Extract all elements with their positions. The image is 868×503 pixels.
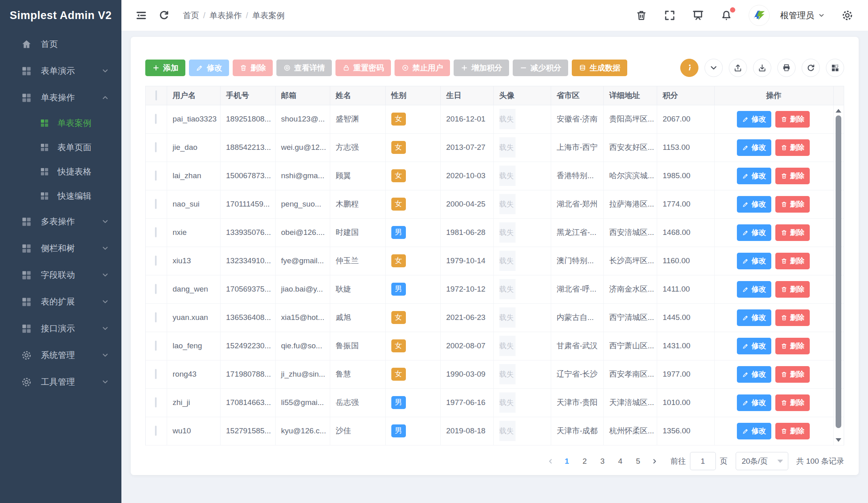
sidebar-item-system-mgmt[interactable]: 系统管理 [0,342,121,369]
page-size-select[interactable]: 20条/页 [736,452,788,470]
row-edit-button[interactable]: 修改 [737,309,771,326]
avatar-broken-placeholder: 载失 [499,137,516,158]
pencil-icon [742,371,749,378]
row-checkbox[interactable] [155,171,157,181]
row-edit-button[interactable]: 修改 [737,366,771,383]
ban-user-button[interactable]: 禁止用户 [395,60,450,76]
generate-data-button[interactable]: 生成数据 [572,60,627,76]
row-edit-button[interactable]: 修改 [737,224,771,241]
page-3-button[interactable]: 3 [594,457,611,466]
row-checkbox[interactable] [155,256,157,266]
refresh-button[interactable] [802,59,820,77]
column-settings-button[interactable] [826,59,844,77]
row-checkbox[interactable] [155,341,157,351]
sidebar-item-multi-table-ops[interactable]: 多表操作 [0,208,121,235]
prev-page-button[interactable] [543,455,558,467]
row-delete-button[interactable]: 删除 [775,309,810,326]
select-all-checkbox[interactable] [155,90,157,100]
cell-points: 2067.00 [657,105,714,133]
sidebar-item-single-table-ops[interactable]: 单表操作 [0,84,121,111]
download-button[interactable] [753,59,771,77]
row-checkbox[interactable] [155,142,157,152]
cell-points: 1468.00 [657,218,714,247]
reset-password-button[interactable]: 重置密码 [335,60,391,76]
fullscreen-icon[interactable] [664,9,676,21]
board-icon[interactable] [692,9,704,21]
pencil-icon [742,258,749,264]
next-page-button[interactable] [647,455,662,467]
row-checkbox[interactable] [155,284,157,294]
upload-button[interactable] [729,59,747,77]
table-scrollbar[interactable] [835,105,842,445]
scroll-down-arrow-icon[interactable] [836,438,841,442]
view-details-button[interactable]: 查看详情 [276,60,332,76]
sidebar-item-home[interactable]: 首页 [0,31,121,58]
row-delete-button[interactable]: 删除 [775,139,810,156]
sidebar-item-table-extension[interactable]: 表的扩展 [0,288,121,315]
row-checkbox[interactable] [155,369,157,379]
hamburger-icon[interactable] [135,9,147,21]
page-5-button[interactable]: 5 [629,457,647,466]
row-delete-button[interactable]: 删除 [775,224,810,241]
row-checkbox[interactable] [155,227,157,237]
info-button[interactable] [680,59,698,77]
row-edit-button[interactable]: 修改 [737,168,771,184]
page-4-button[interactable]: 4 [611,457,629,466]
add-button[interactable]: 添加 [145,60,185,76]
row-edit-button[interactable]: 修改 [737,338,771,354]
row-edit-button[interactable]: 修改 [737,394,771,411]
row-delete-button[interactable]: 删除 [775,423,810,439]
breadcrumb-home[interactable]: 首页 [183,10,199,21]
avatar[interactable] [749,5,770,26]
sidebar-item-tool-mgmt[interactable]: 工具管理 [0,369,121,395]
sidebar-item-api-demo[interactable]: 接口演示 [0,315,121,342]
page-2-button[interactable]: 2 [576,457,594,466]
print-button[interactable] [777,59,796,77]
row-edit-button[interactable]: 修改 [737,423,771,439]
edit-button[interactable]: 修改 [189,60,229,76]
scrollbar-thumb[interactable] [836,115,841,428]
breadcrumb-single-table-ops[interactable]: 单表操作 [210,10,242,21]
subtract-points-button[interactable]: 减少积分 [513,60,568,76]
delete-button[interactable]: 删除 [233,60,273,76]
row-edit-button[interactable]: 修改 [737,139,771,156]
add-points-button[interactable]: 增加积分 [454,60,509,76]
sidebar-subitem-form-page[interactable]: 表单页面 [0,135,121,160]
row-edit-button[interactable]: 修改 [737,253,771,269]
sidebar-item-form-demo[interactable]: 表单演示 [0,58,121,84]
row-checkbox[interactable] [155,397,157,407]
row-delete-button[interactable]: 删除 [775,281,810,298]
row-checkbox[interactable] [155,426,157,436]
goto-page-input[interactable] [690,452,716,470]
row-delete-button[interactable]: 删除 [775,366,810,383]
row-delete-button[interactable]: 删除 [775,196,810,213]
row-edit-button[interactable]: 修改 [737,111,771,128]
sidebar-item-field-linkage[interactable]: 字段联动 [0,262,121,288]
sidebar-subitem-single-table-case[interactable]: 单表案例 [0,111,121,135]
table-row: xiu13 132334910... fye@gmail... 仲玉兰 女 19… [146,247,844,275]
row-delete-button[interactable]: 删除 [775,253,810,269]
row-edit-button[interactable]: 修改 [737,196,771,213]
bell-icon[interactable] [720,9,732,21]
user-menu[interactable]: 根管理员 [780,10,825,21]
trash-icon[interactable] [635,9,647,21]
row-checkbox[interactable] [155,199,157,209]
sidebar-subitem-quick-table[interactable]: 快捷表格 [0,160,121,184]
sidebar-item-sidebar-and-tree[interactable]: 侧栏和树 [0,235,121,262]
page-1-button[interactable]: 1 [558,457,576,466]
row-checkbox[interactable] [155,312,157,322]
sidebar-subitem-quick-edit[interactable]: 快速编辑 [0,184,121,208]
row-delete-button[interactable]: 删除 [775,394,810,411]
row-delete-button[interactable]: 删除 [775,338,810,354]
reload-icon[interactable] [158,9,170,21]
row-edit-button[interactable]: 修改 [737,281,771,298]
row-checkbox[interactable] [155,114,157,124]
chevron-down-icon [101,244,109,252]
breadcrumb-separator: / [246,11,248,20]
cell-region: 甘肃省-武汉 [551,332,603,360]
scroll-up-arrow-icon[interactable] [836,109,841,113]
row-delete-button[interactable]: 删除 [775,168,810,184]
gear-icon[interactable] [841,9,853,21]
row-delete-button[interactable]: 删除 [775,111,810,128]
collapse-search-button[interactable] [705,59,723,77]
